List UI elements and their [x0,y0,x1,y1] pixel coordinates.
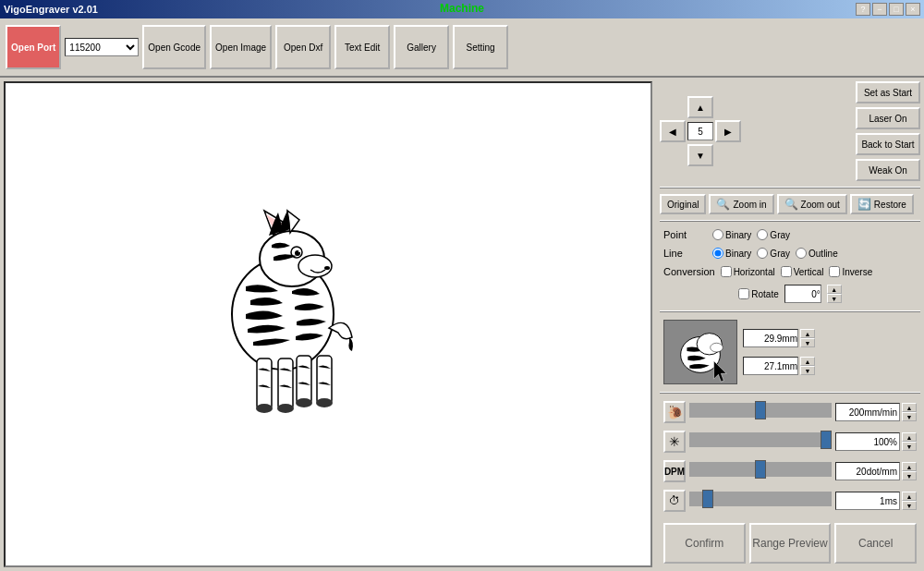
port-select[interactable]: 115200 [65,38,139,56]
set-as-start-button[interactable]: Set as Start [856,81,920,103]
canvas-area [4,81,652,567]
dpm-slider[interactable] [689,462,832,477]
vertical-label: Vertical [794,267,824,277]
time-slider[interactable] [689,492,832,506]
width-input[interactable] [743,329,798,347]
range-preview-button[interactable]: Range Preview [749,523,832,564]
line-gray-radio[interactable] [757,248,768,259]
rotate-input[interactable] [784,285,821,303]
help-button[interactable]: ? [856,3,870,16]
weak-on-button[interactable]: Weak On [856,159,920,181]
speed-down-btn[interactable]: ▼ [902,412,917,421]
speed-value[interactable] [835,403,900,421]
width-down-btn[interactable]: ▼ [800,338,815,347]
direction-grid: ▲ ◀ ▲ ▼ ▶ ▼ [660,96,741,166]
power-slider-row: ✳ ▲ ▼ [663,429,917,455]
confirm-button[interactable]: Confirm [663,523,746,564]
view-controls: Original 🔍 Zoom in 🔍 Zoom out 🔄 Restore [660,194,920,214]
point-radio-group: Binary Gray [712,229,790,240]
laser-on-button[interactable]: Laser On [856,107,920,129]
open-gcode-button[interactable]: Open Gcode [142,25,206,69]
bottom-buttons: Confirm Range Preview Cancel [660,519,920,567]
height-up-btn[interactable]: ▲ [800,357,815,366]
divider-1 [660,187,920,188]
right-button[interactable]: ▶ [715,120,741,142]
power-track [689,432,832,451]
line-binary-label: Binary [725,249,751,259]
inverse-checkbox[interactable] [829,266,840,277]
rotate-check-item: Rotate [738,288,778,299]
gallery-button[interactable]: Gallery [394,25,449,69]
time-up-btn[interactable]: ▲ [902,492,917,501]
power-down-btn[interactable]: ▼ [902,442,917,451]
dpm-down-btn[interactable]: ▼ [902,471,917,480]
point-binary-label: Binary [725,230,751,240]
height-input[interactable] [743,357,798,375]
open-dxf-button[interactable]: Open Dxf [275,25,331,69]
dpm-slider-row: DPM ▲ ▼ [663,458,917,484]
rotate-up-btn[interactable]: ▲ [827,285,842,294]
point-gray-radio[interactable] [757,229,768,240]
machine-label: Machine [440,2,484,15]
height-down-btn[interactable]: ▼ [800,366,815,375]
svg-point-16 [296,398,312,407]
rotate-label: Rotate [751,289,778,299]
up-button[interactable]: ▲ [687,96,713,118]
original-button[interactable]: Original [660,194,706,214]
close-button[interactable]: × [906,3,920,16]
point-binary-radio[interactable] [712,229,723,240]
width-up-btn[interactable]: ▲ [800,329,815,338]
time-down-btn[interactable]: ▼ [902,501,917,510]
left-button[interactable]: ◀ [660,120,686,142]
line-gray-option: Gray [757,248,790,259]
svg-point-3 [324,266,330,270]
dpm-value[interactable] [835,462,900,480]
svg-rect-13 [317,356,332,404]
speed-up-btn[interactable]: ▲ [902,403,917,412]
point-gray-option: Gray [757,229,790,240]
dpm-label: DPM [663,460,686,482]
line-binary-radio[interactable] [712,248,723,259]
width-row: ▲ ▼ [743,329,815,347]
text-edit-button[interactable]: Text Edit [334,25,390,69]
restore-button[interactable]: □ [889,3,904,16]
line-outline-option: Outline [796,248,838,259]
time-value-group: ▲ ▼ [835,492,917,510]
original-label: Original [667,200,699,210]
power-slider[interactable] [689,432,832,447]
zoom-out-icon: 🔍 [784,198,798,211]
zoom-out-button[interactable]: 🔍 Zoom out [777,194,847,214]
vertical-check-item: Vertical [781,266,824,277]
cancel-button[interactable]: Cancel [834,523,917,564]
rotate-checkbox[interactable] [738,288,749,299]
open-image-button[interactable]: Open Image [210,25,272,69]
setting-button[interactable]: Setting [453,25,508,69]
rotate-row: Rotate ▲ ▼ [660,283,920,305]
open-port-button[interactable]: Open Port [6,25,61,69]
zoom-in-button[interactable]: 🔍 Zoom in [709,194,773,214]
divider-3 [660,310,920,312]
horizontal-checkbox[interactable] [721,266,732,277]
point-label: Point [663,229,705,240]
step-center: ▲ ▼ [687,120,713,142]
time-value[interactable] [835,492,900,510]
point-row: Point Binary Gray [660,227,920,242]
speed-slider[interactable] [689,403,832,418]
line-label: Line [663,248,705,259]
zoom-out-label: Zoom out [801,200,840,210]
down-button[interactable]: ▼ [687,144,713,166]
back-to-start-button[interactable]: Back to Start [856,133,920,155]
dpm-up-btn[interactable]: ▲ [902,462,917,471]
speed-slider-row: 🐌 ▲ ▼ [663,399,917,425]
line-outline-radio[interactable] [796,248,807,259]
restore-button[interactable]: 🔄 Restore [850,194,914,214]
line-row: Line Binary Gray Outline [660,246,920,261]
minimize-button[interactable]: − [872,3,887,16]
step-input[interactable] [687,122,713,140]
restore-label: Restore [874,200,906,210]
power-value[interactable] [835,432,900,451]
vertical-checkbox[interactable] [781,266,792,277]
zebra-image [190,157,375,416]
power-up-btn[interactable]: ▲ [902,432,917,442]
rotate-down-btn[interactable]: ▼ [827,294,842,303]
